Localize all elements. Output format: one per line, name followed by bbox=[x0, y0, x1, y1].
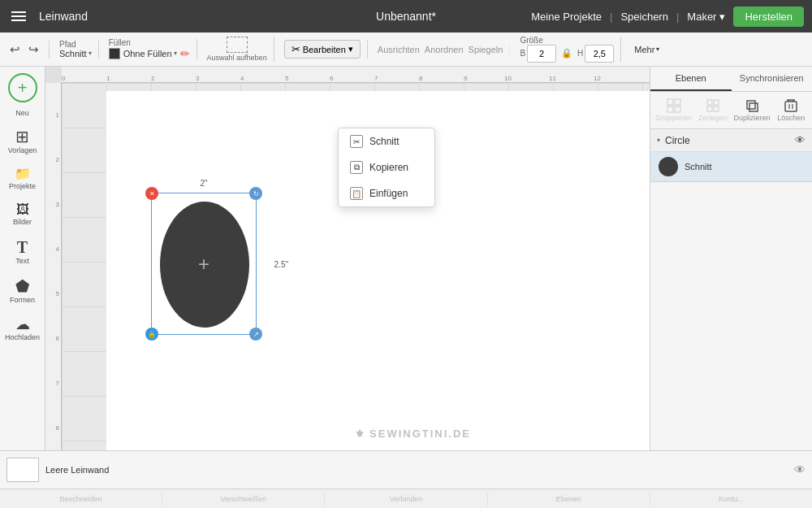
beschneiden-button[interactable]: Beschneiden bbox=[0, 492, 162, 506]
maker-label: Maker bbox=[687, 11, 716, 23]
undo-button[interactable]: ↩ bbox=[6, 41, 24, 59]
fuellen-label: Füllen bbox=[109, 39, 190, 47]
bilder-icon: 🖼 bbox=[16, 203, 29, 216]
canvas-preview-label: Leere Leinwand bbox=[45, 465, 788, 475]
right-panel: Ebenen Synchronisieren Gruppieren bbox=[650, 67, 812, 508]
kontur-button[interactable]: Kontu... bbox=[650, 492, 812, 506]
selected-object[interactable]: ✕ ↻ 🔒 ↗ + 2" 2.5" bbox=[151, 193, 257, 335]
new-button[interactable]: + bbox=[8, 73, 37, 102]
beschneiden-label: Beschneiden bbox=[60, 495, 102, 503]
ctx-einfuegen-icon: 📋 bbox=[350, 187, 363, 200]
maker-dropdown[interactable]: Maker ▾ bbox=[687, 11, 725, 23]
watermark-symbol: ⚜ bbox=[355, 428, 366, 440]
anordnen-label[interactable]: Anordnen bbox=[425, 45, 464, 54]
redo-button[interactable]: ↪ bbox=[25, 41, 42, 59]
projekte-label: Projekte bbox=[9, 182, 36, 190]
text-icon: T bbox=[17, 239, 28, 255]
kontur-label: Kontu... bbox=[719, 495, 744, 503]
gruppieren-button[interactable]: Gruppieren bbox=[654, 95, 693, 125]
canvas-preview-section: Leere Leinwand 👁 bbox=[0, 450, 812, 488]
ohne-fuellen-label: Ohne Füllen bbox=[123, 49, 172, 59]
scissors-icon: ✂ bbox=[292, 43, 300, 55]
auswahl-aufheben-label[interactable]: Auswahl aufheben bbox=[207, 54, 267, 62]
svg-rect-8 bbox=[747, 101, 755, 109]
ctx-einfuegen-item[interactable]: 📋 Einfügen bbox=[339, 180, 434, 206]
right-toolbar: Gruppieren Zerlegen Duplizieren bbox=[650, 92, 812, 129]
sidebar-item-projekte[interactable]: 📁 Projekte bbox=[3, 163, 42, 195]
canvas-preview-eye-icon[interactable]: 👁 bbox=[794, 463, 806, 476]
canvas-content[interactable]: ✕ ↻ 🔒 ↗ + 2" 2.5" ✂ Schnitt ⧉ Kopieren bbox=[62, 83, 650, 488]
ruler-tick-11: 11 bbox=[549, 75, 556, 82]
ruler-tick-12: 12 bbox=[594, 75, 601, 82]
bearbeiten-group: ✂ Bearbeiten ▾ bbox=[284, 40, 368, 59]
ctx-schnitt-item[interactable]: ✂ Schnitt bbox=[339, 128, 434, 154]
watermark: ⚜ SEWINGTINI.DE bbox=[355, 428, 471, 440]
duplizieren-button[interactable]: Duplizieren bbox=[732, 95, 772, 125]
layer-group-eye-icon[interactable]: 👁 bbox=[795, 134, 806, 146]
sidebar-item-formen[interactable]: ⬟ Formen bbox=[3, 273, 42, 309]
ruler-tick-0: 0 bbox=[62, 75, 65, 82]
height-input-group: H bbox=[577, 45, 614, 63]
sidebar-item-vorlagen[interactable]: ⊞ Vorlagen bbox=[3, 124, 42, 159]
ctx-schnitt-label: Schnitt bbox=[369, 136, 400, 147]
svg-rect-1 bbox=[675, 99, 680, 105]
ruler-tick-v-2: 2 bbox=[45, 156, 61, 163]
gruppieren-label: Gruppieren bbox=[655, 114, 692, 122]
mehr-button[interactable]: Mehr ▾ bbox=[634, 45, 659, 54]
layer-thumb bbox=[659, 157, 678, 176]
canvas-preview-item[interactable]: Leere Leinwand 👁 bbox=[0, 451, 812, 488]
color-swatch[interactable] bbox=[109, 48, 120, 59]
height-input[interactable] bbox=[585, 45, 614, 63]
meine-projekte-link[interactable]: Meine Projekte bbox=[531, 11, 602, 23]
object-center-crosshair: + bbox=[198, 253, 209, 276]
svg-rect-0 bbox=[667, 99, 673, 105]
ebenen-op-label: Ebenen bbox=[556, 495, 581, 503]
tab-synchronisieren[interactable]: Synchronisieren bbox=[732, 67, 813, 91]
bearbeiten-label: Bearbeiten bbox=[303, 45, 346, 54]
spiegeln-label[interactable]: Spiegeln bbox=[469, 45, 503, 54]
ruler-tick-3: 3 bbox=[196, 75, 199, 82]
layer-group-arrow: ▾ bbox=[657, 137, 660, 144]
ruler-top: 0 1 2 3 4 5 6 7 8 9 10 11 12 bbox=[62, 67, 650, 83]
ctx-kopieren-item[interactable]: ⧉ Kopieren bbox=[339, 154, 434, 180]
sidebar-item-bilder[interactable]: 🖼 Bilder bbox=[3, 198, 42, 231]
verbinden-button[interactable]: Verbinden bbox=[325, 492, 487, 506]
ohne-fuellen-arrow-icon: ▾ bbox=[174, 50, 177, 57]
ohne-fuellen-select[interactable]: Ohne Füllen ▾ bbox=[123, 49, 177, 59]
pencil-icon[interactable]: ✏ bbox=[180, 47, 190, 60]
right-tabs: Ebenen Synchronisieren bbox=[650, 67, 812, 92]
layer-group-circle[interactable]: ▾ Circle 👁 bbox=[650, 129, 812, 152]
schnitt-select[interactable]: Schnitt ▾ bbox=[59, 49, 92, 59]
tab-ebenen[interactable]: Ebenen bbox=[650, 67, 732, 91]
ausrichten-label[interactable]: Ausrichten bbox=[378, 45, 420, 54]
herstellen-button[interactable]: Herstellen bbox=[733, 7, 804, 27]
plus-icon: + bbox=[18, 80, 28, 96]
speichern-button[interactable]: Speichern bbox=[620, 11, 668, 23]
lock-icon: 🔒 bbox=[561, 48, 572, 59]
bearbeiten-button[interactable]: ✂ Bearbeiten ▾ bbox=[284, 40, 361, 59]
zerlegen-button[interactable]: Zerlegen bbox=[695, 95, 730, 125]
svg-rect-5 bbox=[714, 100, 719, 105]
schnitt-label: Schnitt bbox=[59, 49, 87, 59]
formen-label: Formen bbox=[10, 296, 35, 304]
handle-bottom-right[interactable]: ↗ bbox=[249, 328, 262, 341]
sidebar-item-text[interactable]: T Text bbox=[3, 234, 42, 270]
maker-arrow-icon: ▾ bbox=[719, 11, 725, 23]
layer-group-name: Circle bbox=[665, 135, 790, 146]
mehr-group: Mehr ▾ bbox=[634, 45, 659, 54]
verschweissen-button[interactable]: Verschweißen bbox=[162, 492, 325, 506]
operation-buttons: Beschneiden Verschweißen Verbinden Ebene… bbox=[0, 488, 812, 508]
handle-bottom-left[interactable]: 🔒 bbox=[145, 328, 158, 341]
handle-top-right[interactable]: ↻ bbox=[249, 187, 262, 200]
width-input[interactable] bbox=[527, 45, 556, 63]
loeschen-button[interactable]: Löschen bbox=[774, 95, 809, 125]
sidebar-item-hochladen[interactable]: ☁ Hochladen bbox=[3, 312, 42, 346]
ruler-tick-v-1: 1 bbox=[45, 111, 61, 119]
handle-top-left[interactable]: ✕ bbox=[145, 187, 158, 200]
layer-item-schnitt[interactable]: Schnitt bbox=[650, 152, 812, 182]
hamburger-button[interactable] bbox=[8, 8, 29, 24]
ebenen-op-button[interactable]: Ebenen bbox=[488, 492, 650, 506]
ruler-tick-2: 2 bbox=[151, 75, 154, 82]
bearbeiten-arrow-icon: ▾ bbox=[348, 44, 353, 54]
svg-rect-6 bbox=[707, 106, 712, 111]
